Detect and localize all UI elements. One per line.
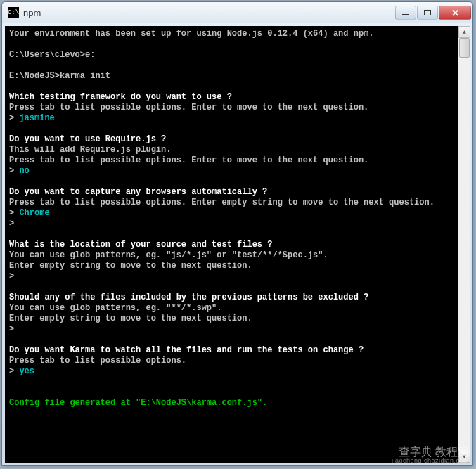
terminal-line: Config file generated at "E:\NodeJS\karm…	[9, 398, 451, 409]
terminal-line: Do you want to use Require.js ?	[9, 134, 451, 145]
terminal-line: You can use glob patterns, eg. "js/*.js"…	[9, 250, 451, 261]
terminal-line: This will add Require.js plugin.	[9, 145, 451, 155]
terminal-line: Press tab to list possible options. Ente…	[9, 155, 451, 166]
minimize-button[interactable]	[395, 6, 416, 20]
terminal-line: You can use glob patterns, eg. "**/*.swp…	[9, 303, 451, 314]
maximize-icon	[424, 10, 431, 15]
window-controls: ✕	[395, 6, 471, 20]
minimize-icon	[402, 14, 409, 15]
cmd-icon: C:\	[8, 7, 19, 18]
terminal-line: > Chrome	[9, 208, 451, 219]
terminal-line: What is the location of your source and …	[9, 240, 451, 250]
terminal-line	[9, 409, 451, 419]
terminal-line: Should any of the files included by the …	[9, 293, 451, 303]
window-title: npm	[23, 8, 395, 18]
terminal-line	[9, 82, 451, 92]
terminal-window: C:\ npm ✕ Your environment has been set …	[1, 1, 473, 466]
terminal-line: Press tab to list possible options. Ente…	[9, 103, 451, 113]
terminal-line: E:\NodeJS>karma init	[9, 71, 451, 82]
scroll-down-button[interactable]: ▼	[458, 451, 470, 463]
terminal-line: >	[9, 324, 451, 335]
terminal-line	[9, 39, 451, 50]
terminal-body[interactable]: Your environment has been set up for usi…	[5, 26, 470, 463]
terminal-line: Which testing framework do you want to u…	[9, 92, 451, 103]
terminal-line: Enter empty string to move to the next q…	[9, 314, 451, 324]
scrollbar-thumb[interactable]	[459, 38, 470, 58]
scroll-up-button[interactable]: ▲	[458, 26, 470, 38]
terminal-line: Enter empty string to move to the next q…	[9, 261, 451, 271]
terminal-line: Press tab to list possible options. Ente…	[9, 198, 451, 208]
terminal-line	[9, 377, 451, 387]
terminal-line	[9, 335, 451, 345]
terminal-line: >	[9, 219, 451, 229]
scrollbar[interactable]: ▲ ▼	[458, 26, 470, 463]
terminal-line: C:\Users\clevo>e:	[9, 50, 451, 60]
terminal-output: Your environment has been set up for usi…	[9, 29, 465, 419]
terminal-line: > yes	[9, 366, 451, 377]
maximize-button[interactable]	[417, 6, 438, 20]
terminal-line: Do you want Karma to watch all the files…	[9, 345, 451, 356]
terminal-line	[9, 387, 451, 398]
terminal-line	[9, 60, 451, 71]
terminal-line: Press tab to list possible options.	[9, 356, 451, 366]
titlebar[interactable]: C:\ npm ✕	[2, 2, 472, 23]
terminal-line: Your environment has been set up for usi…	[9, 29, 451, 39]
terminal-line	[9, 124, 451, 134]
terminal-line: Do you want to capture any browsers auto…	[9, 187, 451, 198]
terminal-line	[9, 282, 451, 293]
terminal-line: > jasmine	[9, 113, 451, 124]
terminal-line: > no	[9, 166, 451, 176]
terminal-line	[9, 176, 451, 187]
terminal-line	[9, 229, 451, 240]
close-icon: ✕	[451, 8, 459, 18]
terminal-line: >	[9, 271, 451, 282]
close-button[interactable]: ✕	[439, 6, 471, 20]
